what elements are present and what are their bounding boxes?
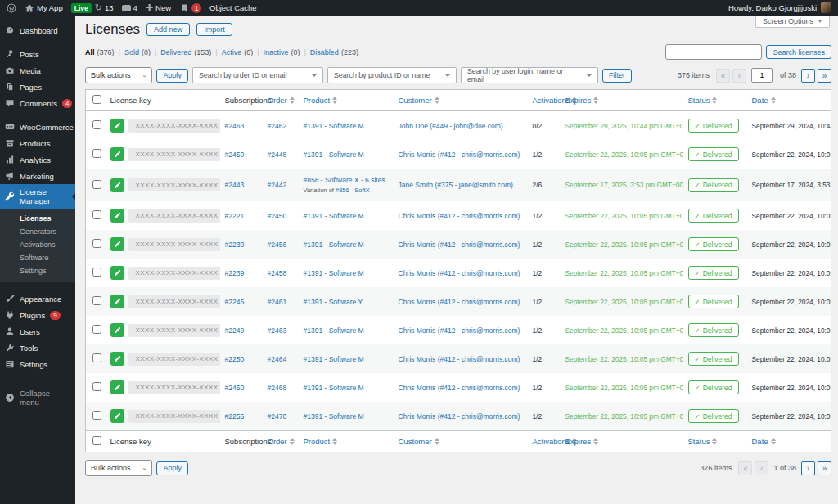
- column-footer-status[interactable]: Status: [683, 431, 747, 452]
- customer-link[interactable]: John Doe (#449 - john@doe.com): [399, 122, 503, 130]
- product-link[interactable]: #1391 - Software M: [304, 269, 364, 277]
- column-footer-activations[interactable]: Activations: [528, 431, 561, 452]
- product-link[interactable]: #1391 - Software M: [304, 412, 364, 421]
- column-footer-customer[interactable]: Customer: [394, 431, 528, 452]
- product-link[interactable]: #1391 - Software M: [304, 241, 364, 249]
- column-header-customer[interactable]: Customer: [394, 90, 528, 111]
- submenu-item-software[interactable]: Software: [0, 251, 75, 264]
- apply-button-bottom[interactable]: Apply: [156, 461, 188, 475]
- subscription-link[interactable]: #2463: [225, 122, 245, 130]
- customer-link[interactable]: Jane Smith (#375 - jane@smith.com): [399, 181, 513, 189]
- wordpress-menu[interactable]: [7, 3, 16, 13]
- column-header-date[interactable]: Date: [747, 90, 831, 111]
- comments-menu[interactable]: 4: [122, 3, 137, 12]
- search-licenses-button[interactable]: Search licenses: [766, 45, 831, 59]
- variation-link[interactable]: #856 - SoftX: [336, 187, 370, 194]
- view-delivered[interactable]: Delivered(153): [160, 48, 211, 56]
- edit-license-button[interactable]: [110, 178, 124, 192]
- order-link[interactable]: #2464: [268, 355, 287, 363]
- subscription-link[interactable]: #2250: [225, 355, 245, 363]
- subscription-link[interactable]: #2450: [225, 384, 245, 392]
- subscription-link[interactable]: #2443: [225, 181, 245, 189]
- order-link[interactable]: #2461: [268, 298, 287, 306]
- sidebar-item-tools[interactable]: Tools: [0, 340, 75, 356]
- order-link[interactable]: #2470: [268, 412, 287, 421]
- row-checkbox[interactable]: [92, 382, 101, 391]
- subscription-link[interactable]: #2230: [225, 241, 245, 249]
- customer-link[interactable]: Chris Morris (#412 - chris@morris.com): [399, 151, 520, 159]
- add-new-button[interactable]: Add new: [146, 23, 190, 36]
- order-link[interactable]: #2462: [268, 122, 287, 130]
- order-link[interactable]: #2442: [268, 181, 287, 189]
- customer-link[interactable]: Chris Morris (#412 - chris@morris.com): [399, 269, 520, 277]
- sidebar-item-settings[interactable]: Settings: [0, 356, 75, 372]
- next-page-button[interactable]: ›: [801, 69, 815, 83]
- sidebar-item-posts[interactable]: Posts: [0, 46, 75, 62]
- order-link[interactable]: #2456: [268, 241, 287, 249]
- sidebar-item-pages[interactable]: Pages: [0, 79, 75, 95]
- order-search-combo[interactable]: Search by order ID or email: [192, 67, 323, 83]
- edit-license-button[interactable]: [110, 266, 124, 280]
- edit-license-button[interactable]: [110, 147, 124, 161]
- row-checkbox[interactable]: [92, 180, 101, 189]
- subscription-link[interactable]: #2255: [225, 412, 245, 421]
- product-link[interactable]: #1391 - Software M: [304, 151, 364, 159]
- select-all-checkbox[interactable]: [92, 436, 101, 445]
- customer-link[interactable]: Chris Morris (#412 - chris@morris.com): [399, 355, 520, 363]
- row-checkbox[interactable]: [92, 149, 101, 158]
- row-checkbox[interactable]: [92, 353, 101, 362]
- subscription-link[interactable]: #2239: [225, 269, 245, 277]
- row-checkbox[interactable]: [92, 325, 101, 334]
- sidebar-item-dashboard[interactable]: Dashboard: [0, 22, 75, 38]
- product-link[interactable]: #1391 - Software M: [304, 122, 364, 130]
- order-link[interactable]: #2448: [268, 151, 287, 159]
- sidebar-item-marketing[interactable]: Marketing: [0, 168, 75, 184]
- sidebar-item-products[interactable]: Products: [0, 135, 75, 151]
- screen-options-button[interactable]: Screen Options ▼: [755, 16, 830, 28]
- customer-link[interactable]: Chris Morris (#412 - chris@morris.com): [399, 326, 520, 335]
- sidebar-item-analytics[interactable]: Analytics: [0, 151, 75, 168]
- product-link[interactable]: #1391 - Software M: [304, 326, 364, 335]
- view-inactive[interactable]: Inactive(0): [263, 48, 300, 56]
- row-checkbox[interactable]: [92, 296, 101, 305]
- view-all[interactable]: All(376): [85, 48, 115, 56]
- row-checkbox[interactable]: [92, 210, 101, 219]
- last-page-button[interactable]: »: [818, 461, 831, 475]
- apply-button[interactable]: Apply: [156, 69, 188, 83]
- sidebar-item-users[interactable]: Users: [0, 323, 75, 340]
- column-header-status[interactable]: Status: [683, 90, 747, 111]
- view-active[interactable]: Active(0): [222, 48, 254, 56]
- subscription-link[interactable]: #2450: [225, 151, 245, 159]
- column-footer-expires[interactable]: Expires: [561, 431, 683, 452]
- next-page-button[interactable]: ›: [801, 461, 815, 475]
- bulk-actions-select-bottom[interactable]: Bulk actions ⌄: [85, 460, 152, 476]
- edit-license-button[interactable]: [110, 323, 124, 337]
- product-link[interactable]: #1391 - Software M: [304, 212, 364, 220]
- edit-license-button[interactable]: [110, 119, 124, 133]
- site-menu[interactable]: My App: [25, 3, 63, 13]
- edit-license-button[interactable]: [110, 352, 124, 366]
- sidebar-item-appearance[interactable]: Appearance: [0, 290, 75, 307]
- prev-page-button[interactable]: ‹: [755, 461, 768, 475]
- submenu-item-activations[interactable]: Activations: [0, 238, 75, 251]
- edit-license-button[interactable]: [110, 237, 124, 251]
- row-checkbox[interactable]: [92, 120, 101, 129]
- order-link[interactable]: #2463: [268, 326, 287, 335]
- sidebar-item-comments[interactable]: Comments 4: [0, 95, 75, 111]
- product-link[interactable]: #1391 - Software Y: [304, 298, 363, 306]
- user-avatar[interactable]: [821, 2, 831, 13]
- new-content-menu[interactable]: ✚ New: [146, 3, 171, 12]
- search-input[interactable]: [665, 44, 762, 60]
- sidebar-item-media[interactable]: Media: [0, 62, 75, 79]
- edit-license-button[interactable]: [110, 295, 124, 308]
- user-search-combo[interactable]: Search by user login, name or email: [461, 67, 598, 83]
- row-checkbox[interactable]: [92, 239, 101, 248]
- updates-menu[interactable]: ↻ 13: [95, 3, 114, 12]
- order-link[interactable]: #2468: [268, 384, 287, 392]
- collapse-menu-button[interactable]: Collapse menu: [0, 385, 75, 410]
- customer-link[interactable]: Chris Morris (#412 - chris@morris.com): [399, 384, 520, 392]
- edit-license-button[interactable]: [110, 380, 124, 394]
- submenu-item-settings[interactable]: Settings: [0, 264, 75, 277]
- sidebar-item-license-manager[interactable]: License Manager: [0, 184, 75, 209]
- sidebar-item-woocommerce[interactable]: WooCommerce: [0, 119, 75, 135]
